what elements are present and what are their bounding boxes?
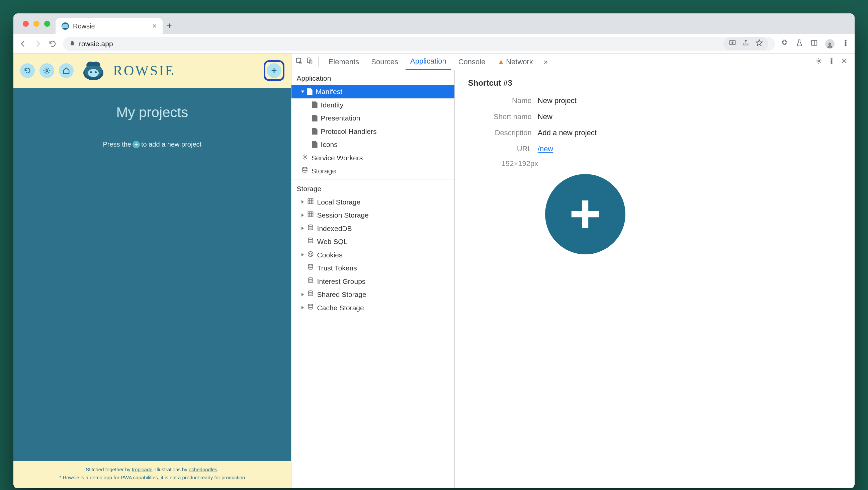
empty-post: to add a new project: [141, 141, 202, 148]
empty-state: Press the + to add a new project: [103, 141, 202, 148]
more-tabs-icon[interactable]: »: [540, 58, 551, 66]
minimize-icon[interactable]: [33, 21, 39, 27]
detail-heading: Shortcut #3: [468, 78, 841, 88]
install-icon[interactable]: [729, 39, 736, 48]
svg-point-27: [311, 253, 312, 254]
inspect-icon[interactable]: [296, 57, 303, 67]
devtools-kebab-icon[interactable]: [828, 57, 835, 67]
value-url-link[interactable]: /new: [538, 145, 553, 153]
chevron-right-icon: [302, 200, 304, 204]
file-icon: [312, 141, 317, 148]
svg-point-2: [829, 43, 831, 45]
database-icon: [307, 289, 314, 300]
new-tab-button[interactable]: +: [163, 21, 176, 34]
chevron-down-icon: [301, 90, 304, 93]
nav-forward-button[interactable]: [33, 40, 42, 48]
footer-credits-mid: . Illustrations by: [153, 466, 189, 472]
detail-grid: Name New project Short name New Descript…: [468, 96, 841, 153]
address-bar[interactable]: rowsie.app: [63, 37, 775, 51]
labs-icon[interactable]: [796, 39, 803, 49]
sidebar-item-cache-storage[interactable]: Cache Storage: [291, 301, 455, 315]
cookie-icon: [307, 250, 314, 261]
icon-dimensions: 192×192px: [502, 159, 841, 168]
value-short-name: New: [538, 113, 841, 121]
tab-network[interactable]: ▲Network: [493, 54, 537, 70]
sidebar-item-cookies[interactable]: Cookies: [291, 248, 455, 262]
file-icon: [307, 88, 313, 95]
plus-icon: [567, 196, 603, 233]
sidebar-item-interest-groups[interactable]: Interest Groups: [291, 275, 455, 288]
device-icon[interactable]: [306, 57, 313, 67]
svg-point-29: [311, 255, 312, 255]
svg-point-15: [818, 60, 820, 62]
tab-close-icon[interactable]: ×: [152, 22, 157, 30]
svg-rect-22: [308, 212, 313, 217]
sidebar-item-identity[interactable]: Identity: [291, 98, 455, 112]
tabs-dropdown-icon[interactable]: [843, 22, 850, 34]
close-icon[interactable]: [23, 21, 29, 27]
favicon-icon: [62, 23, 69, 30]
devtools-close-icon[interactable]: [841, 57, 848, 67]
sidebar-item-presentation[interactable]: Presentation: [291, 112, 455, 125]
sidebar-item-manifest[interactable]: Manifest: [291, 85, 455, 98]
sidebar-group-application: Application: [291, 70, 455, 85]
kebab-menu-icon[interactable]: [842, 39, 849, 49]
app-body: My projects Press the + to add a new pro…: [13, 88, 291, 461]
settings-button[interactable]: [39, 63, 54, 78]
tab-application[interactable]: Application: [406, 54, 451, 70]
sidebar-group-storage: Storage: [291, 181, 455, 195]
nav-back-button[interactable]: [19, 40, 27, 48]
svg-point-20: [303, 167, 307, 169]
svg-point-6: [46, 70, 48, 72]
gear-icon: [302, 153, 308, 163]
browser-tab[interactable]: Rowsie ×: [56, 18, 163, 34]
sidebar-item-protocol[interactable]: Protocol Handlers: [291, 125, 455, 138]
traffic-lights: [18, 13, 56, 34]
database-icon: [307, 263, 314, 273]
sidebar-item-websql[interactable]: Web SQL: [291, 235, 455, 248]
sidebar-item-service-workers[interactable]: Service Workers: [291, 151, 455, 165]
tab-title: Rowsie: [73, 23, 95, 30]
credit-link-author[interactable]: tropicadri: [132, 466, 153, 472]
sidebar-item-trust-tokens[interactable]: Trust Tokens: [291, 262, 455, 275]
tab-sources[interactable]: Sources: [366, 54, 403, 70]
svg-point-24: [308, 238, 313, 240]
sidebar-item-indexeddb[interactable]: IndexedDB: [291, 222, 455, 235]
svg-point-18: [831, 62, 832, 64]
browser-window: Rowsie × + rowsie.app: [13, 13, 855, 488]
svg-point-26: [309, 253, 310, 253]
footer-credits-pre: Stitched together by: [86, 466, 132, 472]
sidebar-item-local-storage[interactable]: Local Storage: [291, 195, 455, 209]
panel-icon[interactable]: [810, 39, 818, 49]
sidebar-item-shared-storage[interactable]: Shared Storage: [291, 288, 455, 301]
database-icon: [307, 303, 314, 313]
sidebar-item-icons[interactable]: Icons: [291, 138, 455, 151]
svg-point-17: [831, 60, 832, 62]
file-icon: [312, 128, 317, 134]
chevron-right-icon: [302, 306, 304, 309]
grid-icon: [307, 197, 314, 208]
share-icon[interactable]: [742, 39, 749, 48]
app-wordmark: ROWSIE: [113, 63, 175, 79]
sidebar-item-storage[interactable]: Storage: [291, 164, 455, 178]
credit-link-illustrator[interactable]: ochedoodles: [189, 466, 217, 472]
reload-button[interactable]: [48, 40, 57, 48]
extensions-icon[interactable]: [781, 39, 788, 49]
empty-pre: Press the: [103, 141, 131, 148]
maximize-icon[interactable]: [44, 21, 50, 27]
svg-point-16: [831, 58, 832, 59]
home-button[interactable]: [59, 63, 73, 78]
new-project-button[interactable]: [267, 63, 281, 78]
tab-console[interactable]: Console: [454, 54, 490, 70]
devtools-settings-icon[interactable]: [815, 57, 823, 67]
bookmark-icon[interactable]: [755, 39, 763, 48]
svg-point-3: [845, 40, 846, 41]
tab-strip: Rowsie × +: [13, 13, 855, 34]
sidebar-item-session-storage[interactable]: Session Storage: [291, 209, 455, 222]
svg-point-4: [845, 42, 846, 43]
refresh-button[interactable]: [20, 63, 35, 78]
svg-point-19: [304, 156, 306, 158]
tab-elements[interactable]: Elements: [324, 54, 364, 70]
svg-rect-21: [308, 198, 313, 204]
profile-avatar[interactable]: [825, 39, 835, 49]
